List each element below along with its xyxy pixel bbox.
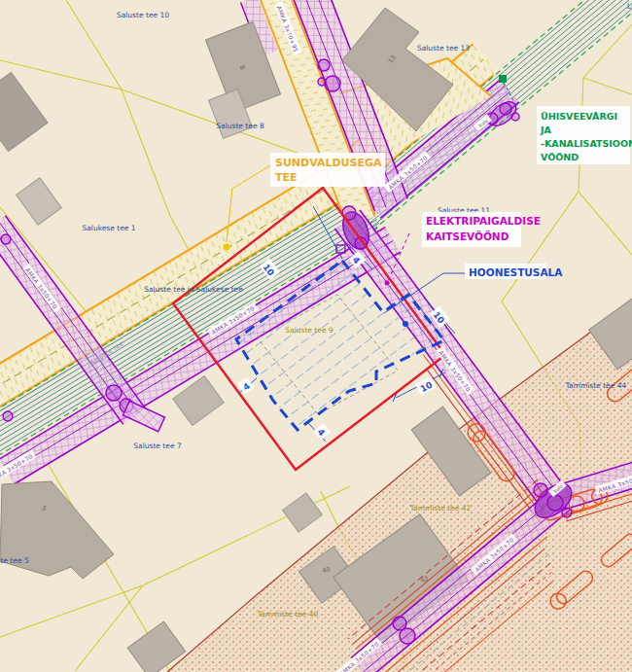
parcel-label-saluste-5: Saluste tee 5 [0, 556, 29, 565]
parcel-label-salukese-1: Salukese tee 1 [82, 224, 135, 232]
green-zone-line2: JA [540, 124, 552, 135]
detail-plan-map: 8 13 5 40 42 [0, 0, 632, 672]
parcel-label-saluste-13: Saluste tee 13 [417, 44, 470, 53]
green-zone-line4: VÖÖND [541, 152, 579, 162]
green-zone-line1: ÜHISVEEVÄRGI [541, 111, 617, 122]
elektri-dot [385, 281, 390, 286]
sundvaldusega-label-line1: SUNDVALDUSEGA [275, 157, 382, 169]
plan-canvas: 8 13 5 40 42 [0, 0, 632, 672]
green-node [499, 75, 507, 83]
parcel-label-tammiste-42: Tammiste tee 42 [409, 504, 472, 513]
elektri-label-line2: KAITSEVÖÖND [426, 230, 509, 242]
parcel-label-saluste-8: Saluste tee 8 [216, 122, 264, 130]
parcel-label-saluste-7: Saluste tee 7 [133, 442, 182, 450]
parcel-label-tammiste-44: Tammiste tee 44 [565, 381, 627, 390]
hoonestusala-label: HOONESTUSALA [469, 266, 563, 278]
elektri-label-line1: ELEKTRIPAIGALDISE [426, 215, 541, 227]
parcel-label-tammiste-40: Tammiste tee 40 [257, 610, 319, 619]
parcel-label-saluste-10: Saluste tee 10 [117, 11, 169, 19]
parcel-label-saluste-9: Saluste tee 9 [285, 326, 334, 335]
parcel-label-saluste-ja-salukese: Saluste tee ja Salukese tee [144, 285, 243, 294]
sundvaldusega-label-line2: TEE [275, 171, 298, 184]
sundvaldusega-dot [224, 244, 230, 251]
green-zone-line3: -KANALISATSIOONI [541, 138, 632, 149]
parcel-label-corner: Lüst [627, 2, 632, 11]
